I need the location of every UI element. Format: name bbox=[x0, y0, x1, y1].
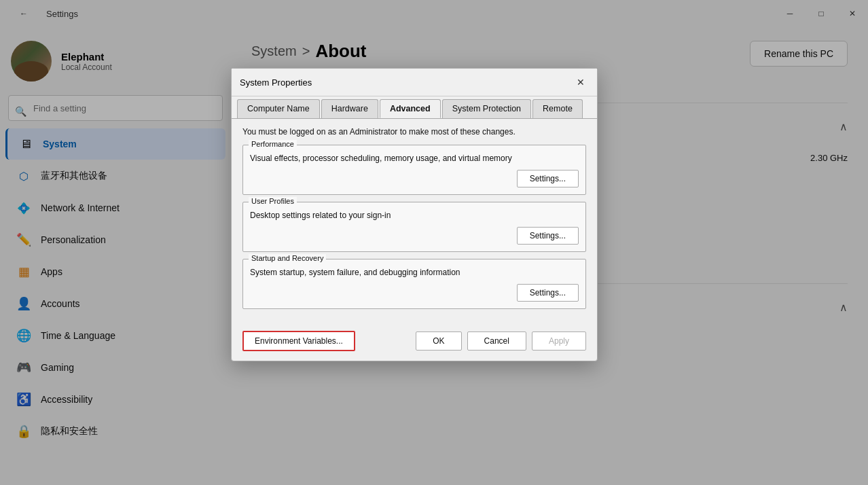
dialog-footer: Environment Variables... OK Cancel Apply bbox=[232, 324, 597, 361]
dialog-title: System Properties bbox=[240, 77, 312, 88]
user-profiles-settings-button[interactable]: Settings... bbox=[517, 227, 579, 245]
ok-button[interactable]: OK bbox=[416, 331, 461, 351]
performance-group: Performance Visual effects, processor sc… bbox=[242, 145, 586, 195]
tab-advanced[interactable]: Advanced bbox=[380, 99, 441, 118]
environment-variables-button[interactable]: Environment Variables... bbox=[242, 331, 355, 351]
cancel-button[interactable]: Cancel bbox=[467, 331, 526, 351]
tab-remote[interactable]: Remote bbox=[532, 99, 583, 118]
performance-label: Performance bbox=[249, 140, 297, 148]
dialog-tabs: Computer Name Hardware Advanced System P… bbox=[232, 96, 597, 119]
dialog-note: You must be logged on as an Administrato… bbox=[242, 127, 586, 137]
user-profiles-group: User Profiles Desktop settings related t… bbox=[242, 202, 586, 252]
modal-overlay: System Properties ✕ Computer Name Hardwa… bbox=[0, 0, 868, 485]
dialog-close-button[interactable]: ✕ bbox=[573, 74, 589, 90]
startup-recovery-desc: System startup, system failure, and debu… bbox=[250, 268, 579, 277]
system-properties-dialog: System Properties ✕ Computer Name Hardwa… bbox=[231, 68, 598, 361]
user-profiles-label: User Profiles bbox=[249, 197, 297, 205]
apply-button[interactable]: Apply bbox=[532, 331, 586, 351]
tab-system-protection[interactable]: System Protection bbox=[442, 99, 531, 118]
dialog-action-buttons: OK Cancel Apply bbox=[416, 331, 586, 351]
tab-hardware[interactable]: Hardware bbox=[321, 99, 378, 118]
dialog-titlebar: System Properties ✕ bbox=[232, 69, 597, 96]
user-profiles-desc: Desktop settings related to your sign-in bbox=[250, 211, 579, 220]
performance-desc: Visual effects, processor scheduling, me… bbox=[250, 154, 579, 163]
startup-recovery-label: Startup and Recovery bbox=[249, 254, 326, 262]
tab-computer-name[interactable]: Computer Name bbox=[237, 99, 320, 118]
performance-settings-button[interactable]: Settings... bbox=[517, 170, 579, 187]
dialog-body: You must be logged on as an Administrato… bbox=[232, 119, 597, 324]
startup-recovery-settings-button[interactable]: Settings... bbox=[517, 284, 579, 302]
startup-recovery-group: Startup and Recovery System startup, sys… bbox=[242, 259, 586, 309]
